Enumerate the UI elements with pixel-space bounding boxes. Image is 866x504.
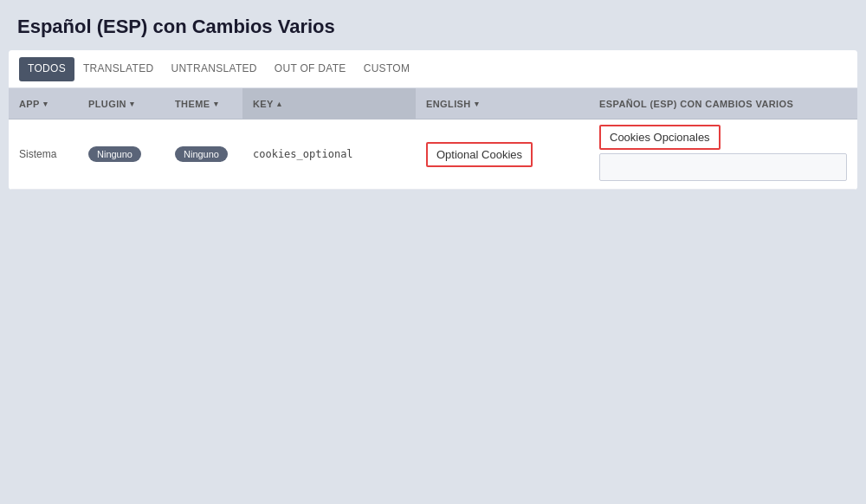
cell-plugin: Ninguno [78, 146, 165, 162]
sort-icon-key: ▴ [277, 100, 281, 108]
sort-icon-english: ▾ [475, 100, 479, 108]
sort-icon-app: ▾ [43, 100, 48, 108]
spanish-value-highlighted[interactable]: Cookies Opcionales [599, 125, 721, 150]
sort-icon-plugin: ▾ [130, 100, 134, 108]
cell-key: cookies_optional [242, 148, 416, 160]
content-area: TODOS TRANSLATED UNTRANSLATED OUT OF DAT… [9, 50, 857, 190]
tab-todos[interactable]: TODOS [19, 57, 74, 81]
plugin-badge: Ninguno [88, 146, 141, 162]
table-body: Sistema Ninguno Ninguno cookies_optional… [9, 120, 857, 190]
cell-theme: Ninguno [165, 146, 242, 162]
col-header-plugin[interactable]: PLUGIN ▾ [78, 88, 165, 119]
tab-custom[interactable]: CUSTOM [355, 52, 419, 87]
col-header-key[interactable]: KEY ▴ [242, 88, 416, 119]
spanish-edit-textarea[interactable] [599, 153, 847, 181]
col-header-spanish: ESPAÑOL (ESP) CON CAMBIOS VARIOS [589, 88, 857, 119]
cell-app: Sistema [9, 148, 78, 160]
theme-badge: Ninguno [175, 146, 228, 162]
tab-bar: TODOS TRANSLATED UNTRANSLATED OUT OF DAT… [9, 50, 857, 88]
col-header-app[interactable]: APP ▾ [9, 88, 78, 119]
tab-translated[interactable]: TRANSLATED [74, 52, 162, 87]
col-header-theme[interactable]: THEME ▾ [165, 88, 242, 119]
col-header-english[interactable]: ENGLISH ▾ [416, 88, 589, 119]
cell-spanish: Cookies Opcionales [589, 125, 857, 184]
cell-english: Optional Cookies [416, 142, 589, 167]
tab-out-of-date[interactable]: OUT OF DATE [266, 52, 355, 87]
spanish-cell-wrapper: Cookies Opcionales [599, 125, 847, 150]
sort-icon-theme: ▾ [214, 100, 218, 108]
table-row: Sistema Ninguno Ninguno cookies_optional… [9, 120, 857, 190]
page-title: Español (ESP) con Cambios Varios [17, 16, 849, 38]
table-header: APP ▾ PLUGIN ▾ THEME ▾ KEY ▴ ENGLISH ▾ E… [9, 88, 857, 120]
english-value-highlighted: Optional Cookies [426, 142, 533, 167]
tab-untranslated[interactable]: UNTRANSLATED [162, 52, 265, 87]
